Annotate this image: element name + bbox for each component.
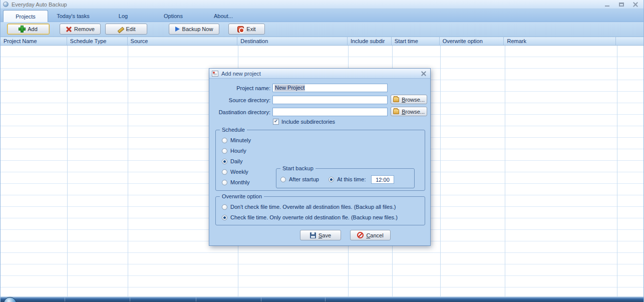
window-controls bbox=[604, 0, 638, 9]
tab-projects[interactable]: Projects bbox=[3, 10, 48, 22]
radio-icon[interactable] bbox=[280, 177, 286, 182]
project-name-label: Project name: bbox=[212, 84, 270, 93]
radio-icon[interactable] bbox=[222, 138, 227, 143]
folder-icon bbox=[393, 109, 399, 114]
table-header: Project Name Schedule Type Source Destin… bbox=[1, 37, 643, 46]
after-startup-label: After startup bbox=[289, 176, 319, 182]
radio-icon[interactable] bbox=[222, 180, 227, 185]
titlebar: Everyday Auto Backup bbox=[1, 0, 643, 9]
schedule-option-minutely[interactable]: Minutely bbox=[222, 137, 251, 143]
overwrite-option-new-files[interactable]: Check file time. Only overwrte old desti… bbox=[222, 214, 398, 220]
overwrite-option-all-files[interactable]: Don't check file time. Overwite all dest… bbox=[222, 204, 396, 210]
power-icon bbox=[237, 26, 244, 33]
floppy-disk-icon bbox=[310, 232, 316, 238]
column-destination[interactable]: Destination bbox=[237, 37, 348, 45]
remove-x-icon bbox=[66, 26, 72, 32]
project-name-field[interactable]: New Project bbox=[272, 84, 388, 92]
backup-now-button[interactable]: Backup Now bbox=[169, 24, 219, 35]
column-source[interactable]: Source bbox=[128, 37, 238, 45]
radio-icon[interactable] bbox=[222, 215, 227, 220]
remove-button[interactable]: Remove bbox=[60, 24, 101, 35]
taskbar-divider bbox=[65, 297, 65, 301]
taskbar-divider bbox=[325, 297, 326, 301]
column-include-subdir[interactable]: Include subdir bbox=[348, 37, 392, 45]
at-this-time-label: At this time: bbox=[337, 176, 366, 182]
taskbar-divider bbox=[261, 297, 261, 301]
column-remark[interactable]: Remark bbox=[504, 37, 616, 45]
taskbar-divider bbox=[196, 297, 196, 301]
toolbar: Add Remove Edit Backup Now Exit bbox=[1, 22, 643, 37]
dialog-icon bbox=[212, 71, 218, 77]
schedule-option-label: Daily bbox=[230, 158, 242, 164]
save-button[interactable]: Save bbox=[300, 230, 341, 240]
at-this-time-option[interactable]: At this time: bbox=[329, 176, 366, 182]
project-name-value: New Project bbox=[274, 85, 305, 91]
radio-icon[interactable] bbox=[222, 169, 227, 175]
source-directory-label: Source directory: bbox=[212, 96, 270, 105]
include-subdirectories-row: Include subdirectories bbox=[273, 119, 335, 125]
add-button-label: Add bbox=[28, 26, 38, 32]
backup-now-button-label: Backup Now bbox=[182, 26, 213, 32]
schedule-option-hourly[interactable]: Hourly bbox=[222, 148, 246, 154]
schedule-group-title: Schedule bbox=[220, 127, 247, 133]
cancel-circle-icon bbox=[357, 232, 364, 238]
include-subdirectories-label: Include subdirectories bbox=[281, 119, 335, 125]
schedule-group: Schedule Minutely Hourly Daily Weekly Mo… bbox=[215, 130, 425, 191]
destination-directory-field[interactable] bbox=[272, 108, 388, 116]
cancel-button-label: Cancel bbox=[366, 232, 383, 238]
taskbar-divider bbox=[130, 297, 130, 301]
overwrite-option-group: Overwrite option Don't check file time. … bbox=[215, 196, 425, 225]
play-icon bbox=[175, 27, 180, 32]
after-startup-option[interactable]: After startup bbox=[280, 176, 319, 182]
pencil-icon bbox=[117, 26, 124, 33]
maximize-icon[interactable] bbox=[618, 2, 624, 8]
schedule-option-weekly[interactable]: Weekly bbox=[222, 169, 248, 175]
radio-icon[interactable] bbox=[329, 177, 334, 182]
column-project-name[interactable]: Project Name bbox=[1, 37, 67, 45]
schedule-option-monthly[interactable]: Monthly bbox=[222, 179, 250, 185]
column-overwrite-option[interactable]: Overwrite option bbox=[440, 37, 504, 45]
dialog-close-icon[interactable] bbox=[421, 71, 427, 77]
column-schedule-type[interactable]: Schedule Type bbox=[67, 37, 128, 45]
column-start-time[interactable]: Start time bbox=[392, 37, 440, 45]
overwrite-group-title: Overwrite option bbox=[220, 193, 264, 200]
schedule-option-label: Weekly bbox=[230, 169, 248, 175]
start-orb-icon[interactable] bbox=[4, 297, 17, 302]
tab-about[interactable]: About... bbox=[198, 10, 248, 22]
tab-todays-tasks[interactable]: Today's tasks bbox=[48, 10, 98, 22]
dialog-title: Add new project bbox=[221, 71, 261, 77]
destination-directory-label: Dastination directory: bbox=[212, 108, 270, 117]
remove-button-label: Remove bbox=[74, 26, 95, 32]
radio-icon[interactable] bbox=[222, 204, 227, 210]
overwrite-option-label: Don't check file time. Overwite all dest… bbox=[230, 204, 396, 210]
close-icon[interactable] bbox=[632, 2, 638, 8]
schedule-option-daily[interactable]: Daily bbox=[222, 158, 242, 164]
destination-browse-button[interactable]: Browse... bbox=[391, 107, 427, 116]
source-browse-button[interactable]: Browse... bbox=[391, 95, 427, 104]
schedule-option-label: Monthly bbox=[230, 179, 250, 185]
edit-button[interactable]: Edit bbox=[105, 24, 147, 35]
plus-icon bbox=[19, 26, 25, 32]
exit-button[interactable]: Exit bbox=[228, 24, 265, 35]
source-directory-field[interactable] bbox=[272, 96, 388, 104]
browse-button-label: Browse... bbox=[402, 97, 425, 103]
add-project-dialog: Add new project Project name: New Projec… bbox=[209, 68, 431, 246]
radio-icon[interactable] bbox=[222, 148, 227, 154]
column-extra bbox=[616, 37, 643, 45]
include-subdirectories-checkbox[interactable] bbox=[273, 119, 279, 125]
schedule-option-label: Hourly bbox=[230, 148, 246, 154]
exit-button-label: Exit bbox=[246, 26, 255, 32]
browse-button-label: Browse... bbox=[402, 109, 425, 115]
cancel-button[interactable]: Cancel bbox=[350, 230, 391, 240]
minimize-icon[interactable] bbox=[604, 2, 610, 8]
tab-options[interactable]: Options bbox=[148, 10, 198, 22]
add-button[interactable]: Add bbox=[7, 24, 50, 35]
radio-icon[interactable] bbox=[222, 159, 227, 164]
tab-log[interactable]: Log bbox=[98, 10, 148, 22]
backup-time-field[interactable] bbox=[371, 175, 394, 184]
schedule-option-label: Minutely bbox=[230, 137, 251, 143]
folder-icon bbox=[393, 97, 399, 102]
window-title: Everyday Auto Backup bbox=[12, 2, 67, 8]
start-backup-group: Start backup After startup At this time: bbox=[276, 168, 415, 188]
grid-line bbox=[128, 46, 128, 296]
